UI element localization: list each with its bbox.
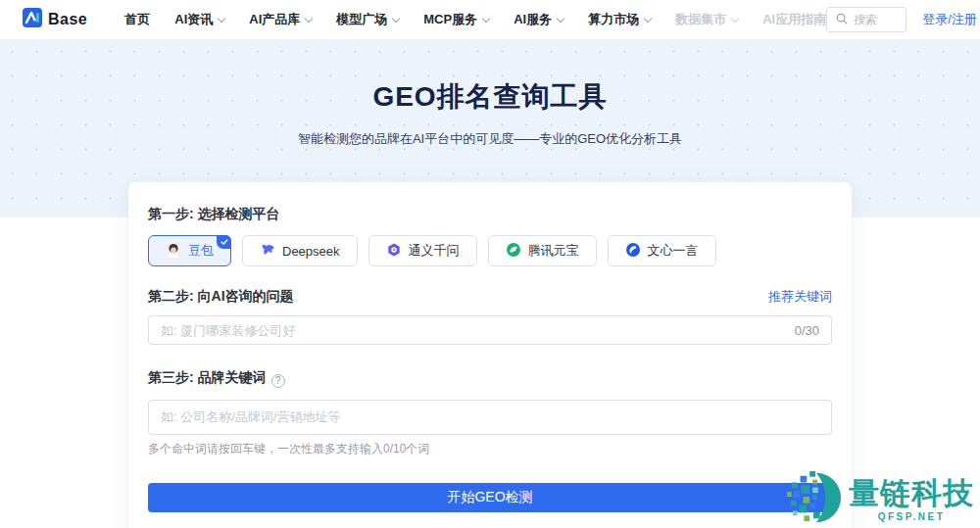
platform-label: 通义千问	[409, 242, 460, 260]
question-input-wrap: 0/30	[148, 315, 832, 345]
nav-item-home[interactable]: 首页	[124, 11, 150, 28]
nav-item-ai-news[interactable]: AI资讯	[174, 11, 224, 28]
platform-label: 文心一言	[648, 242, 699, 260]
platform-label: Deepseek	[282, 244, 340, 259]
platform-wenxin[interactable]: 文心一言	[608, 235, 716, 266]
tongyi-icon	[386, 242, 402, 261]
platform-selector: 豆包 Deepseek	[148, 235, 832, 266]
step2-label: 第二步: 向AI咨询的问题	[148, 288, 294, 306]
search-icon	[836, 11, 848, 28]
keyword-input[interactable]	[161, 409, 819, 424]
page-title: GEO排名查询工具	[0, 39, 980, 116]
step3-label: 第三步: 品牌关键词	[148, 369, 267, 385]
doubao-icon	[166, 242, 181, 261]
nav-item-ai-products[interactable]: AI产品库	[249, 11, 312, 28]
recommend-keywords-link[interactable]: 推荐关键词	[768, 288, 832, 306]
chevron-down-icon	[305, 14, 313, 22]
step1-label: 第一步: 选择检测平台	[148, 206, 832, 223]
deepseek-whale-icon	[260, 242, 275, 261]
chevron-down-icon	[557, 14, 564, 22]
chevron-down-icon	[218, 14, 225, 22]
keyword-input-wrap	[148, 400, 832, 435]
keyword-hint: 多个命中词请按回车键，一次性最多支持输入0/10个词	[148, 441, 832, 457]
platform-yuanbao[interactable]: 腾讯元宝	[488, 235, 597, 266]
nav-item-ai-service[interactable]: AI服务	[514, 11, 564, 28]
lianglian-logo-icon	[787, 469, 844, 528]
page-subtitle: 智能检测您的品牌在AI平台中的可见度——专业的GEO优化分析工具	[0, 130, 980, 148]
chevron-down-icon	[644, 14, 652, 22]
search-box[interactable]	[826, 7, 906, 32]
platform-label: 腾讯元宝	[528, 242, 579, 260]
wenxin-icon	[625, 242, 641, 261]
logo-text: Base	[48, 11, 87, 28]
help-icon[interactable]: ?	[271, 374, 285, 388]
question-input[interactable]	[161, 323, 787, 338]
watermark-domain: QFSP.NET	[878, 511, 946, 522]
platform-tongyi[interactable]: 通义千问	[368, 235, 477, 266]
nav-item-compute-market[interactable]: 算力市场	[588, 11, 651, 28]
question-char-counter: 0/30	[795, 323, 819, 338]
selected-check-icon	[217, 235, 231, 249]
nav-menu: 首页 AI资讯 AI产品库 模型广场 MCP服务 AI服务 算力市场 数据集市 …	[124, 11, 826, 28]
search-input[interactable]	[854, 13, 901, 26]
platform-doubao[interactable]: 豆包	[148, 235, 231, 266]
aibase-logo-icon	[22, 7, 43, 32]
page: Base 首页 AI资讯 AI产品库 模型广场 MCP服务 AI服务 算力市场 …	[0, 0, 980, 528]
login-register-link[interactable]: 登录/注册	[922, 11, 977, 28]
nav-item-model-plaza[interactable]: 模型广场	[336, 11, 399, 28]
nav-item-data-market[interactable]: 数据集市	[675, 11, 738, 28]
watermark-brand: 量链科技	[849, 477, 974, 510]
chevron-down-icon	[731, 14, 739, 22]
yuanbao-icon	[506, 242, 521, 261]
chevron-down-icon	[482, 14, 490, 22]
nav-item-ai-app-guide[interactable]: AI应用指南	[762, 11, 826, 28]
aibase-logo[interactable]: Base	[22, 7, 87, 32]
platform-deepseek[interactable]: Deepseek	[242, 235, 358, 266]
top-nav: Base 首页 AI资讯 AI产品库 模型广场 MCP服务 AI服务 算力市场 …	[0, 0, 980, 39]
start-geo-check-button[interactable]: 开始GEO检测	[148, 483, 832, 512]
geo-check-form-card: 第一步: 选择检测平台 豆包	[128, 182, 852, 528]
nav-item-mcp-service[interactable]: MCP服务	[423, 11, 489, 28]
chevron-down-icon	[392, 14, 400, 22]
qfsp-watermark: 量链科技 QFSP.NET	[787, 469, 974, 528]
platform-label: 豆包	[188, 242, 214, 260]
